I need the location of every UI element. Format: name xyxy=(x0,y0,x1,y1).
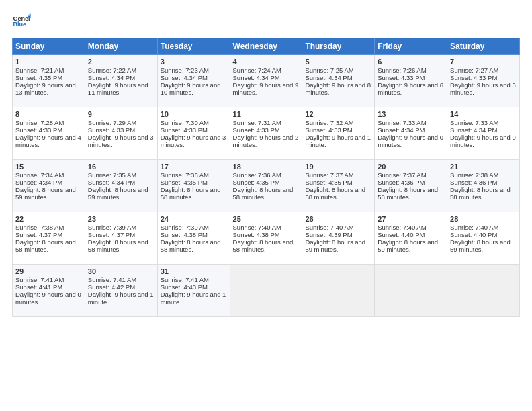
sunset-text: Sunset: 4:33 PM xyxy=(305,126,371,134)
daylight-text: Daylight: 9 hours and 8 minutes. xyxy=(305,81,371,96)
day-number: 13 xyxy=(378,110,444,118)
day-number: 24 xyxy=(161,215,227,223)
sunset-text: Sunset: 4:33 PM xyxy=(88,126,154,134)
sunset-text: Sunset: 4:36 PM xyxy=(450,179,517,186)
day-number: 19 xyxy=(305,163,371,171)
daylight-text: Daylight: 8 hours and 58 minutes. xyxy=(233,186,300,201)
sunrise-text: Sunrise: 7:41 AM xyxy=(15,276,82,283)
sunrise-text: Sunrise: 7:33 AM xyxy=(450,119,517,126)
calendar-cell: 3Sunrise: 7:23 AMSunset: 4:34 PMDaylight… xyxy=(157,55,230,107)
day-number: 5 xyxy=(305,58,371,66)
calendar-cell: 19Sunrise: 7:37 AMSunset: 4:35 PMDayligh… xyxy=(302,160,375,212)
sunrise-text: Sunrise: 7:33 AM xyxy=(378,119,444,126)
sunrise-text: Sunrise: 7:26 AM xyxy=(378,66,444,74)
day-number: 14 xyxy=(450,110,517,118)
day-number: 18 xyxy=(233,163,300,171)
daylight-text: Daylight: 9 hours and 0 minutes. xyxy=(15,291,82,306)
daylight-text: Daylight: 9 hours and 0 minutes. xyxy=(450,134,517,148)
daylight-text: Daylight: 9 hours and 3 minutes. xyxy=(161,134,227,148)
day-number: 3 xyxy=(161,58,227,66)
daylight-text: Daylight: 9 hours and 10 minutes. xyxy=(161,81,227,96)
daylight-text: Daylight: 8 hours and 58 minutes. xyxy=(161,186,227,201)
sunrise-text: Sunrise: 7:38 AM xyxy=(15,224,82,231)
daylight-text: Daylight: 8 hours and 59 minutes. xyxy=(378,238,444,253)
daylight-text: Daylight: 9 hours and 1 minute. xyxy=(88,291,154,306)
sunset-text: Sunset: 4:34 PM xyxy=(305,74,371,81)
sunrise-text: Sunrise: 7:30 AM xyxy=(161,119,227,126)
sunset-text: Sunset: 4:35 PM xyxy=(305,179,371,186)
day-number: 8 xyxy=(15,110,82,118)
daylight-text: Daylight: 8 hours and 58 minutes. xyxy=(305,186,371,201)
daylight-text: Daylight: 8 hours and 58 minutes. xyxy=(450,186,517,201)
daylight-text: Daylight: 9 hours and 3 minutes. xyxy=(88,134,154,148)
daylight-text: Daylight: 8 hours and 59 minutes. xyxy=(450,238,517,253)
calendar-cell xyxy=(375,265,447,317)
sunset-text: Sunset: 4:34 PM xyxy=(161,74,227,81)
header: General Blue xyxy=(12,12,520,31)
day-number: 16 xyxy=(88,163,154,171)
sunset-text: Sunset: 4:33 PM xyxy=(161,126,227,134)
weekday-header-tuesday: Tuesday xyxy=(157,38,230,55)
daylight-text: Daylight: 9 hours and 13 minutes. xyxy=(15,81,82,96)
sunset-text: Sunset: 4:33 PM xyxy=(15,126,82,134)
svg-text:Blue: Blue xyxy=(13,21,26,28)
sunrise-text: Sunrise: 7:40 AM xyxy=(378,224,444,231)
sunset-text: Sunset: 4:41 PM xyxy=(15,283,82,291)
daylight-text: Daylight: 9 hours and 2 minutes. xyxy=(233,134,300,148)
calendar-cell: 9Sunrise: 7:29 AMSunset: 4:33 PMDaylight… xyxy=(85,107,157,160)
calendar-cell: 26Sunrise: 7:40 AMSunset: 4:39 PMDayligh… xyxy=(302,212,375,265)
sunrise-text: Sunrise: 7:40 AM xyxy=(233,224,300,231)
calendar-cell: 24Sunrise: 7:39 AMSunset: 4:38 PMDayligh… xyxy=(157,212,230,265)
calendar-cell: 21Sunrise: 7:38 AMSunset: 4:36 PMDayligh… xyxy=(447,160,520,212)
calendar-cell: 31Sunrise: 7:41 AMSunset: 4:43 PMDayligh… xyxy=(157,265,230,317)
sunrise-text: Sunrise: 7:37 AM xyxy=(378,171,444,179)
sunset-text: Sunset: 4:38 PM xyxy=(233,231,300,238)
day-number: 31 xyxy=(161,267,227,275)
calendar-cell: 30Sunrise: 7:41 AMSunset: 4:42 PMDayligh… xyxy=(85,265,157,317)
daylight-text: Daylight: 9 hours and 1 minute. xyxy=(305,134,371,148)
calendar-cell: 4Sunrise: 7:24 AMSunset: 4:34 PMDaylight… xyxy=(230,55,302,107)
daylight-text: Daylight: 9 hours and 6 minutes. xyxy=(378,81,444,96)
sunrise-text: Sunrise: 7:27 AM xyxy=(450,66,517,74)
weekday-header-wednesday: Wednesday xyxy=(230,38,302,55)
logo-icon: General Blue xyxy=(12,12,31,31)
day-number: 15 xyxy=(15,163,82,171)
sunset-text: Sunset: 4:36 PM xyxy=(378,179,444,186)
daylight-text: Daylight: 9 hours and 11 minutes. xyxy=(88,81,154,96)
calendar-cell: 13Sunrise: 7:33 AMSunset: 4:34 PMDayligh… xyxy=(375,107,447,160)
sunrise-text: Sunrise: 7:38 AM xyxy=(450,171,517,179)
weekday-header-thursday: Thursday xyxy=(302,38,375,55)
calendar-page: General Blue SundayMondayTuesdayWednesda… xyxy=(0,0,532,411)
daylight-text: Daylight: 9 hours and 9 minutes. xyxy=(233,81,300,96)
calendar-cell: 8Sunrise: 7:28 AMSunset: 4:33 PMDaylight… xyxy=(13,107,85,160)
daylight-text: Daylight: 9 hours and 1 minute. xyxy=(161,291,227,306)
sunset-text: Sunset: 4:33 PM xyxy=(450,74,517,81)
sunrise-text: Sunrise: 7:25 AM xyxy=(305,66,371,74)
sunrise-text: Sunrise: 7:37 AM xyxy=(305,171,371,179)
sunrise-text: Sunrise: 7:40 AM xyxy=(305,224,371,231)
daylight-text: Daylight: 8 hours and 59 minutes. xyxy=(305,238,371,253)
sunset-text: Sunset: 4:34 PM xyxy=(450,126,517,134)
daylight-text: Daylight: 8 hours and 59 minutes. xyxy=(15,186,82,201)
sunset-text: Sunset: 4:34 PM xyxy=(88,179,154,186)
sunset-text: Sunset: 4:39 PM xyxy=(305,231,371,238)
daylight-text: Daylight: 8 hours and 58 minutes. xyxy=(233,238,300,253)
day-number: 21 xyxy=(450,163,517,171)
sunrise-text: Sunrise: 7:35 AM xyxy=(88,171,154,179)
weekday-header-saturday: Saturday xyxy=(447,38,520,55)
calendar-cell xyxy=(302,265,375,317)
calendar-cell: 10Sunrise: 7:30 AMSunset: 4:33 PMDayligh… xyxy=(157,107,230,160)
sunrise-text: Sunrise: 7:21 AM xyxy=(15,66,82,74)
sunset-text: Sunset: 4:35 PM xyxy=(233,179,300,186)
day-number: 28 xyxy=(450,215,517,223)
day-number: 29 xyxy=(15,267,82,275)
sunset-text: Sunset: 4:33 PM xyxy=(233,126,300,134)
day-number: 17 xyxy=(161,163,227,171)
sunrise-text: Sunrise: 7:36 AM xyxy=(233,171,300,179)
sunset-text: Sunset: 4:34 PM xyxy=(378,126,444,134)
day-number: 4 xyxy=(233,58,300,66)
sunset-text: Sunset: 4:37 PM xyxy=(15,231,82,238)
sunrise-text: Sunrise: 7:29 AM xyxy=(88,119,154,126)
daylight-text: Daylight: 8 hours and 58 minutes. xyxy=(378,186,444,201)
day-number: 1 xyxy=(15,58,82,66)
